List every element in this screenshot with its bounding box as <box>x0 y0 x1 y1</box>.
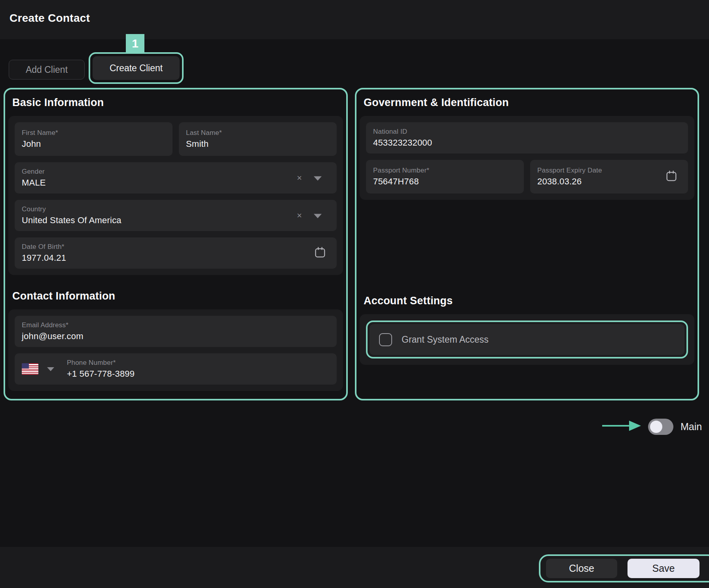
calendar-icon[interactable] <box>665 170 678 184</box>
country-clear-icon[interactable]: × <box>297 211 302 220</box>
national-id-field[interactable]: National ID 453323232000 <box>366 122 688 154</box>
date-of-birth-label: Date Of Birth* <box>22 243 330 251</box>
first-name-label: First Name* <box>22 129 165 137</box>
passport-expiry-field[interactable]: Passport Expiry Date 2038.03.26 <box>530 160 688 193</box>
main-toggle-label: Main <box>681 421 702 432</box>
email-label: Email Address* <box>22 321 330 329</box>
page-title: Create Contact <box>9 12 90 25</box>
government-identification-group: National ID 453323232000 Passport Number… <box>360 116 694 200</box>
grant-system-access-row[interactable]: Grant System Access <box>370 324 684 355</box>
passport-expiry-label: Passport Expiry Date <box>537 167 681 175</box>
passport-number-label: Passport Number* <box>373 167 517 175</box>
passport-number-value: 75647H768 <box>373 176 517 187</box>
first-name-field[interactable]: First Name* John <box>15 122 173 156</box>
step-1-badge-number: 1 <box>132 37 138 50</box>
create-client-label: Create Client <box>110 63 163 74</box>
grant-access-label: Grant System Access <box>402 334 489 345</box>
national-id-value: 453323232000 <box>373 138 681 148</box>
country-value: United States Of America <box>22 215 330 226</box>
header-bar: Create Contact <box>0 0 709 39</box>
last-name-label: Last Name* <box>186 129 330 137</box>
save-button-label: Save <box>652 563 675 574</box>
create-client-button[interactable]: Create Client <box>93 56 180 80</box>
create-client-highlight: Create Client <box>89 52 184 84</box>
us-flag-icon[interactable] <box>22 363 38 375</box>
pointer-arrow-icon <box>601 419 642 434</box>
step-1-badge: 1 <box>126 34 144 53</box>
date-of-birth-field[interactable]: Date Of Birth* 1977.04.21 <box>15 237 337 269</box>
first-name-value: John <box>22 139 165 149</box>
basic-information-heading: Basic Information <box>12 97 339 109</box>
account-settings-heading: Account Settings <box>364 295 690 307</box>
toggle-knob <box>650 421 662 433</box>
contact-information-heading: Contact Information <box>12 290 339 302</box>
phone-value: +1 567-778-3899 <box>67 369 135 379</box>
basic-information-group: First Name* John Last Name* Smith Gender… <box>8 116 343 275</box>
basic-information-panel: Basic Information First Name* John Last … <box>4 88 348 400</box>
passport-number-field[interactable]: Passport Number* 75647H768 <box>366 160 524 193</box>
create-contact-dialog: Create Contact Add Client 1 Create Clien… <box>0 0 709 588</box>
account-settings-group: Grant System Access <box>360 314 694 365</box>
close-button-label: Close <box>569 563 594 574</box>
country-label: Country <box>22 205 330 213</box>
last-name-field[interactable]: Last Name* Smith <box>179 122 337 156</box>
add-client-button[interactable]: Add Client <box>9 60 85 80</box>
calendar-icon[interactable] <box>314 246 326 260</box>
main-toggle-switch[interactable] <box>648 419 673 435</box>
footer-actions-highlight: Close Save <box>539 554 709 582</box>
phone-country-chevron-down-icon[interactable] <box>47 367 54 371</box>
add-client-label: Add Client <box>26 64 68 75</box>
phone-label: Phone Number* <box>67 359 135 367</box>
grant-access-checkbox[interactable] <box>379 333 392 346</box>
gender-label: Gender <box>22 168 330 176</box>
country-chevron-down-icon[interactable] <box>314 214 322 218</box>
contact-information-group: Email Address* john@user.com Phone Numbe… <box>8 309 343 391</box>
gender-chevron-down-icon[interactable] <box>314 176 322 180</box>
government-identification-panel: Government & Identification National ID … <box>355 88 699 400</box>
gender-select[interactable]: Gender MALE × <box>15 162 337 193</box>
national-id-label: National ID <box>373 128 681 136</box>
gender-value: MALE <box>22 178 330 188</box>
passport-expiry-value: 2038.03.26 <box>537 176 681 187</box>
save-button[interactable]: Save <box>627 559 700 578</box>
main-toggle-row: Main <box>601 415 700 438</box>
last-name-value: Smith <box>186 139 330 149</box>
country-select[interactable]: Country United States Of America × <box>15 200 337 231</box>
close-button[interactable]: Close <box>546 559 617 578</box>
email-field[interactable]: Email Address* john@user.com <box>15 316 337 347</box>
date-of-birth-value: 1977.04.21 <box>22 253 330 263</box>
grant-access-highlight: Grant System Access <box>366 321 688 358</box>
gender-clear-icon[interactable]: × <box>297 174 302 182</box>
phone-field[interactable]: Phone Number* +1 567-778-3899 <box>15 353 337 385</box>
email-value: john@user.com <box>22 331 330 341</box>
government-identification-heading: Government & Identification <box>364 97 690 109</box>
